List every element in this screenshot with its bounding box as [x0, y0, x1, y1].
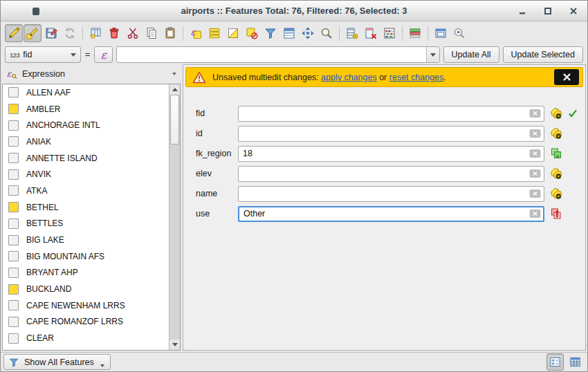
- clear-input-icon[interactable]: [529, 169, 541, 178]
- feature-name-label: CLEAR: [26, 333, 54, 343]
- field-new-icon: [345, 26, 359, 40]
- deselect-all-button[interactable]: [243, 24, 261, 42]
- copy-features-button[interactable]: [143, 24, 160, 42]
- table-view-button[interactable]: [567, 353, 584, 371]
- invert-selection-button[interactable]: [224, 24, 242, 42]
- new-field-button[interactable]: [343, 24, 361, 42]
- delete-selected-features-button[interactable]: [105, 24, 123, 42]
- feature-list-item[interactable]: ANNETTE ISLAND: [3, 150, 169, 167]
- form-row-id: id: [196, 125, 585, 142]
- feature-selection-checkbox[interactable]: [8, 268, 19, 278]
- expression-input[interactable]: [117, 47, 425, 62]
- name-field[interactable]: [238, 186, 544, 202]
- use-field[interactable]: [238, 206, 544, 222]
- feature-selection-checkbox[interactable]: [8, 120, 19, 131]
- feature-list-item[interactable]: ATKA: [3, 183, 169, 199]
- update-all-button[interactable]: Update All: [443, 46, 499, 63]
- feature-actions-button[interactable]: [450, 24, 468, 42]
- elev-multiedit-state-icon[interactable]: [549, 167, 563, 180]
- close-icon: [563, 73, 571, 81]
- feature-selection-checkbox[interactable]: [8, 218, 19, 229]
- fk_region-field[interactable]: [238, 146, 544, 162]
- expression-builder-button[interactable]: ε: [94, 46, 113, 63]
- paste-features-button[interactable]: [161, 24, 179, 42]
- conditional-formatting-button[interactable]: [406, 24, 424, 42]
- clear-input-icon[interactable]: [529, 129, 541, 138]
- apply-changes-link[interactable]: apply changes: [321, 73, 377, 82]
- toggle-multiedit-mode-button[interactable]: [24, 24, 42, 42]
- feature-list-item[interactable]: ALLEN AAF: [3, 84, 169, 101]
- close-icon[interactable]: [567, 4, 580, 18]
- feature-list-item[interactable]: ANIAK: [3, 133, 169, 150]
- feature-list-item[interactable]: BIG MOUNTAIN AFS: [3, 248, 169, 265]
- select-all-button[interactable]: [205, 24, 223, 42]
- clear-input-icon[interactable]: [529, 109, 541, 118]
- feature-selection-checkbox[interactable]: [8, 87, 19, 97]
- form-view-button[interactable]: [546, 353, 564, 371]
- scroll-down-icon[interactable]: [169, 340, 180, 350]
- maximize-icon[interactable]: [541, 4, 555, 18]
- feature-filter-button[interactable]: Show All Features: [3, 354, 111, 370]
- fk_region-multiedit-state-icon[interactable]: [549, 147, 563, 160]
- feature-selection-checkbox[interactable]: [8, 300, 19, 310]
- move-selection-to-top-button[interactable]: [280, 24, 298, 42]
- scrollbar-track[interactable]: [169, 145, 180, 340]
- update-selected-button[interactable]: Update Selected: [503, 46, 583, 63]
- feature-list-item[interactable]: ANVIK: [3, 166, 169, 183]
- scroll-up-icon[interactable]: [169, 84, 180, 95]
- clear-input-icon[interactable]: [529, 210, 541, 218]
- feature-list-item[interactable]: CAPE ROMANZOF LRRS: [3, 314, 169, 331]
- feature-selection-checkbox[interactable]: [8, 235, 19, 245]
- feature-list-item[interactable]: BRYANT AHP: [3, 265, 169, 281]
- feature-selection-checkbox[interactable]: [8, 153, 19, 163]
- feature-list-item[interactable]: ANCHORAGE INTL: [3, 117, 169, 133]
- dock-attribute-table-button[interactable]: [432, 24, 450, 42]
- feature-selection-checkbox[interactable]: [8, 136, 19, 147]
- use-multiedit-state-icon[interactable]: [549, 207, 563, 221]
- elev-field[interactable]: [238, 166, 544, 182]
- feature-list-item[interactable]: BETHEL: [3, 199, 169, 216]
- fid-field[interactable]: [238, 106, 544, 122]
- fid-multiedit-state-icon[interactable]: [549, 106, 563, 120]
- feature-selection-checkbox[interactable]: [8, 185, 19, 196]
- id-field[interactable]: [238, 126, 544, 142]
- feature-list-item[interactable]: BETTLES: [3, 216, 169, 232]
- feature-list-item[interactable]: CAPE NEWENHAM LRRS: [3, 297, 169, 314]
- feature-selection-checkbox[interactable]: [8, 333, 19, 344]
- minimize-icon[interactable]: [515, 4, 529, 18]
- filter-select-by-form-button[interactable]: [261, 24, 279, 42]
- clear-input-icon[interactable]: [529, 189, 541, 198]
- feature-selection-checkbox[interactable]: [8, 169, 19, 180]
- feature-name-label: CAPE ROMANZOF LRRS: [26, 317, 123, 326]
- name-multiedit-state-icon[interactable]: [549, 187, 563, 201]
- feature-list-item[interactable]: BUCKLAND: [3, 281, 169, 297]
- zoom-to-selection-button[interactable]: [318, 24, 336, 42]
- toggle-editing-button[interactable]: [5, 24, 23, 42]
- pan-to-selection-button[interactable]: [299, 24, 317, 42]
- close-message-button[interactable]: [554, 69, 579, 85]
- feature-selection-checkbox[interactable]: [8, 284, 19, 295]
- feature-selection-checkbox[interactable]: [8, 317, 19, 327]
- feature-selection-checkbox[interactable]: [8, 104, 19, 114]
- select-by-expression-button[interactable]: ε: [187, 24, 205, 42]
- field-calculator-button[interactable]: [380, 24, 398, 42]
- feature-list-view-selector[interactable]: ε Expression: [1, 64, 182, 84]
- add-feature-button[interactable]: [86, 24, 104, 42]
- field-selector-dropdown[interactable]: 123 fid: [5, 46, 81, 63]
- reset-changes-link[interactable]: reset changes: [389, 73, 444, 82]
- delete-field-button[interactable]: [362, 24, 380, 42]
- toolbar-separator: [82, 26, 83, 40]
- pan-icon: [301, 26, 315, 40]
- id-multiedit-state-icon[interactable]: [549, 127, 563, 140]
- feature-list-item[interactable]: BIG LAKE: [3, 232, 169, 248]
- feature-list-item[interactable]: AMBLER: [3, 101, 169, 118]
- scrollbar-thumb[interactable]: [170, 95, 179, 145]
- feature-selection-checkbox[interactable]: [8, 202, 19, 212]
- clear-input-icon[interactable]: [529, 149, 541, 158]
- save-edits-button[interactable]: [42, 24, 60, 42]
- feature-selection-checkbox[interactable]: [8, 251, 19, 261]
- feature-list-item[interactable]: CLEAR: [3, 330, 169, 346]
- vertical-scrollbar[interactable]: [169, 84, 180, 350]
- cut-features-button[interactable]: [124, 24, 142, 42]
- expression-history-dropdown[interactable]: [426, 47, 439, 62]
